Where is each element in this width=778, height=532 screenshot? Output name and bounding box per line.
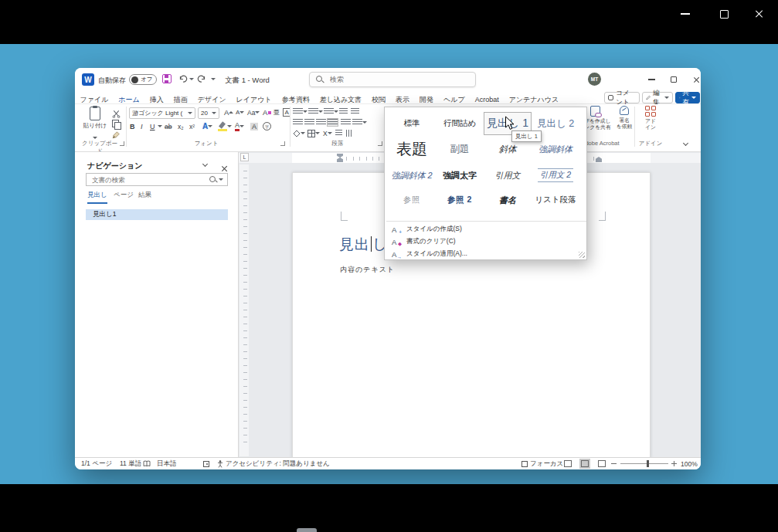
collapse-ribbon-icon[interactable] xyxy=(683,141,688,146)
outer-maximize-button[interactable] xyxy=(709,4,739,24)
nav-collapse-icon[interactable] xyxy=(202,161,208,167)
accessibility-status[interactable]: アクセシビリティ: 問題ありません xyxy=(217,458,330,469)
web-layout-button[interactable] xyxy=(598,458,606,469)
font-name-combo[interactable]: 游ゴシック Light ( xyxy=(129,107,195,119)
align-left-button[interactable] xyxy=(293,117,303,127)
read-mode-button[interactable] xyxy=(564,458,572,469)
resize-grip[interactable] xyxy=(579,252,585,258)
window-close-button[interactable] xyxy=(686,71,701,88)
nav-close-icon[interactable] xyxy=(220,165,227,172)
style-intense-reference[interactable]: 参照 2 xyxy=(436,188,484,212)
style-strong[interactable]: 強調太字 xyxy=(436,163,484,188)
clear-formatting-button[interactable]: A xyxy=(263,107,271,117)
paste-button[interactable]: 貼り付け xyxy=(81,107,109,139)
redo-icon[interactable] xyxy=(197,74,206,83)
grow-font-button[interactable]: A xyxy=(224,107,233,117)
zoom-slider[interactable] xyxy=(620,458,668,469)
comment-button[interactable]: コメント xyxy=(604,92,640,103)
style-quote[interactable]: 引用文 xyxy=(484,163,532,188)
paragraph-dialog-launcher[interactable] xyxy=(378,141,382,146)
subscript-button[interactable]: x₂ xyxy=(178,121,184,131)
style-intense-emphasis2[interactable]: 強調斜体 2 xyxy=(388,163,436,188)
change-case-button[interactable]: Aa xyxy=(247,107,260,117)
outer-close-button[interactable] xyxy=(744,4,773,24)
clipboard-dialog-launcher[interactable] xyxy=(120,141,124,146)
search-input[interactable] xyxy=(328,75,444,84)
style-title[interactable]: 表題 xyxy=(388,135,436,163)
search-box[interactable] xyxy=(309,72,476,87)
zoom-level[interactable]: 100% xyxy=(681,458,698,469)
underline-button[interactable]: U xyxy=(150,121,155,131)
word-count[interactable]: 11 単語 xyxy=(120,458,141,469)
qat-customize-icon[interactable] xyxy=(211,78,216,80)
shading-button[interactable] xyxy=(293,128,305,138)
line-spacing-button[interactable] xyxy=(352,117,367,127)
align-right-button[interactable] xyxy=(316,117,326,127)
clear-formatting-menu-item[interactable]: A◆書式のクリア(C) xyxy=(385,236,588,248)
tab-selector[interactable]: L xyxy=(240,153,249,161)
nav-tab-results[interactable]: 結果 xyxy=(138,191,151,202)
macro-record-button[interactable] xyxy=(203,458,209,469)
enclose-character-button[interactable]: 字 xyxy=(263,121,271,131)
nav-heading-item[interactable]: 見出し1 xyxy=(86,209,228,220)
underline-dropdown-icon[interactable] xyxy=(158,125,162,127)
style-no-spacing[interactable]: 行間詰め xyxy=(436,112,484,135)
decrease-indent-button[interactable] xyxy=(339,107,348,117)
vertical-ruler[interactable] xyxy=(240,164,249,456)
account-avatar[interactable]: MT xyxy=(588,73,601,86)
undo-icon[interactable] xyxy=(178,74,188,83)
request-signature-button[interactable]: 署名 を依頼 xyxy=(613,106,636,130)
share-button[interactable]: 共有 xyxy=(675,92,700,103)
style-intense-quote[interactable]: 引用文 2 xyxy=(532,163,579,188)
undo-dropdown-icon[interactable] xyxy=(189,78,194,80)
shrink-font-button[interactable]: A xyxy=(236,107,244,117)
window-minimize-button[interactable] xyxy=(641,71,661,88)
borders-button[interactable] xyxy=(307,128,320,138)
document-heading[interactable]: 見出し xyxy=(339,235,388,255)
nav-tab-headings[interactable]: 見出し xyxy=(87,191,107,204)
italic-button[interactable]: I xyxy=(141,121,143,131)
nav-search-box[interactable] xyxy=(86,173,228,186)
sort-button[interactable] xyxy=(335,128,342,138)
strikethrough-button[interactable]: ab xyxy=(165,121,172,131)
window-maximize-button[interactable] xyxy=(664,71,684,88)
zoom-out-button[interactable] xyxy=(611,458,617,469)
show-marks-button[interactable] xyxy=(346,128,353,138)
create-style-menu-item[interactable]: A+スタイルの作成(S) xyxy=(385,223,588,236)
style-list-paragraph[interactable]: リスト段落 xyxy=(532,188,579,212)
numbering-button[interactable] xyxy=(308,107,323,117)
style-normal[interactable]: 標準 xyxy=(388,112,436,135)
distribute-button[interactable] xyxy=(341,117,351,127)
nav-search-input[interactable] xyxy=(90,175,209,185)
highlight-color-button[interactable] xyxy=(218,121,232,131)
addins-button[interactable]: アド イン xyxy=(637,106,664,130)
focus-mode-button[interactable]: フォーカス xyxy=(521,458,563,469)
zoom-in-button[interactable] xyxy=(671,458,677,469)
bullets-button[interactable] xyxy=(293,107,307,117)
phonetic-guide-button[interactable]: 亜 xyxy=(273,107,280,117)
page-count[interactable]: 1/1 ページ xyxy=(81,458,112,469)
align-center-button[interactable] xyxy=(304,117,314,127)
font-color-button[interactable]: A xyxy=(235,121,244,131)
language-status[interactable]: 日本語 xyxy=(157,458,177,469)
document-body-text[interactable]: 内容のテキスト xyxy=(340,265,395,275)
nav-tab-pages[interactable]: ページ xyxy=(114,191,134,202)
justify-button[interactable] xyxy=(328,117,338,127)
font-dialog-launcher[interactable] xyxy=(280,141,285,146)
apply-styles-menu-item[interactable]: A→スタイルの適用(A)... xyxy=(385,248,588,260)
superscript-button[interactable]: x² xyxy=(189,121,195,131)
font-size-combo[interactable]: 20 xyxy=(198,107,219,119)
autosave-toggle[interactable]: オフ xyxy=(129,74,157,85)
print-layout-button[interactable] xyxy=(581,458,589,469)
outer-minimize-button[interactable] xyxy=(671,4,700,24)
save-icon[interactable] xyxy=(162,74,172,83)
proofing-status[interactable] xyxy=(143,458,151,469)
bold-button[interactable]: B xyxy=(130,121,135,131)
style-subtle-reference[interactable]: 参照 xyxy=(388,188,436,212)
character-shading-button[interactable]: A xyxy=(250,121,258,131)
text-effects-button[interactable]: A xyxy=(202,121,212,131)
style-subtitle[interactable]: 副題 xyxy=(436,135,484,163)
slider-thumb[interactable] xyxy=(647,460,649,467)
extended-format-button[interactable]: X xyxy=(323,128,332,138)
edit-mode-button[interactable]: 編集 xyxy=(642,92,673,103)
